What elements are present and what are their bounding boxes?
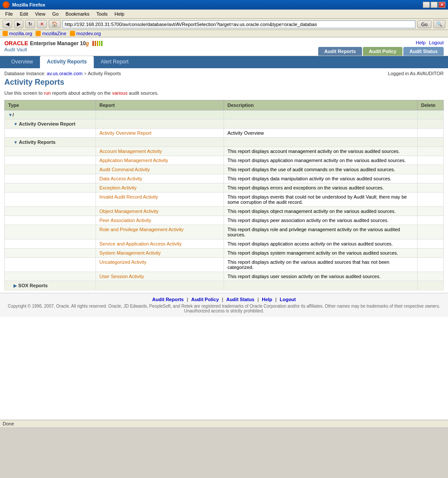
table-row: ▼ Activity Overview Report — [5, 120, 444, 129]
exception-activity-link[interactable]: Exception Activity — [99, 185, 137, 190]
ar-triangle-icon[interactable]: ▼ — [13, 140, 18, 145]
menu-tools[interactable]: Tools — [93, 10, 111, 17]
object-mgmt-link[interactable]: Object Management Activity — [99, 209, 158, 214]
user-session-link[interactable]: User Session Activity — [99, 274, 144, 279]
menu-edit[interactable]: Edit — [16, 10, 32, 17]
window-controls[interactable]: _ □ ✕ — [423, 2, 445, 8]
paa-type — [5, 216, 96, 225]
subtab-activity-reports[interactable]: Activity Reports — [40, 56, 94, 68]
audit-cmd-link[interactable]: Audit Command Activity — [99, 167, 150, 172]
oma-type — [5, 207, 96, 216]
aor-delete — [418, 129, 444, 138]
sys-mgmt-link[interactable]: System Management Activity — [99, 250, 161, 256]
tab-audit-reports[interactable]: Audit Reports — [318, 47, 362, 56]
table-row: ▼ Activity Reports — [5, 138, 444, 147]
app-mgmt-link[interactable]: Application Management Activity — [99, 158, 168, 163]
saaa-delete — [418, 239, 444, 249]
usa-type — [5, 272, 96, 281]
subtab-alert-report[interactable]: Alert Report — [94, 56, 135, 68]
footer-audit-policy-link[interactable]: Audit Policy — [191, 297, 219, 302]
usa-report: User Session Activity — [96, 272, 224, 281]
activity-overview-report-link[interactable]: Activity Overview Report — [99, 130, 152, 136]
db-instance-link[interactable]: av.us.oracle.com — [47, 71, 82, 76]
oracle-bars — [92, 41, 102, 46]
daa-type — [5, 174, 96, 183]
logout-link[interactable]: Logout — [429, 40, 444, 45]
apma-desc: This report displays application managem… — [224, 156, 418, 165]
menu-go[interactable]: Go — [49, 10, 62, 17]
apma-report: Application Management Activity — [96, 156, 224, 165]
daa-delete — [418, 174, 444, 183]
sox-group-delete — [418, 281, 444, 290]
bookmark-mozilla[interactable]: mozilla.org — [3, 31, 32, 36]
stop-button[interactable]: ✕ — [37, 20, 47, 28]
browser-menubar: File Edit View Go Bookmarks Tools Help — [0, 10, 448, 19]
subtab-overview[interactable]: Overview — [4, 56, 40, 68]
bar2 — [95, 41, 96, 46]
uncategorized-link[interactable]: Uncategorized Activity — [99, 259, 146, 265]
bookmark-icon — [3, 31, 8, 36]
data-access-link[interactable]: Data Access Activity — [99, 176, 142, 181]
reload-button[interactable]: ↻ — [25, 20, 35, 28]
home-button[interactable]: 🏠 — [49, 20, 61, 28]
footer-logout-link[interactable]: Logout — [280, 297, 296, 302]
url-bar[interactable] — [63, 20, 415, 28]
account-mgmt-link[interactable]: Account Management Activity — [99, 149, 162, 154]
minimize-button[interactable]: _ — [423, 2, 430, 8]
sox-triangle-icon[interactable]: ▶ — [13, 283, 17, 288]
table-row: Account Management Activity This report … — [5, 147, 444, 156]
bookmarks-bar: mozilla.org mozillaZine mozdev.org — [0, 30, 448, 37]
daa-desc: This report displays data manipulation a… — [224, 174, 418, 183]
service-app-link[interactable]: Service and Application Access Activity — [99, 241, 182, 246]
run-link[interactable]: run — [44, 90, 51, 96]
ea-report: Exception Activity — [96, 183, 224, 193]
footer-audit-reports-link[interactable]: Audit Reports — [152, 297, 184, 302]
back-button[interactable]: ◀ — [3, 20, 12, 28]
oracle-header: ORACLE Enterprise Manager 10g Audit Vaul… — [0, 37, 448, 56]
sox-group-label: ▶ SOX Reports — [5, 281, 96, 290]
tab-audit-policy[interactable]: Audit Policy — [363, 47, 403, 56]
aor-group-desc — [224, 120, 418, 129]
help-link[interactable]: Help — [416, 40, 426, 45]
menu-view[interactable]: View — [32, 10, 49, 17]
go-button[interactable]: Go — [417, 20, 432, 28]
bar4 — [99, 41, 100, 46]
page-footer: Audit Reports | Audit Policy | Audit Sta… — [0, 293, 448, 317]
tab-audit-status[interactable]: Audit Status — [403, 47, 444, 56]
ar-group-desc — [224, 138, 418, 147]
ar-group-report — [96, 138, 224, 147]
oracle-wordmark: ORACLE — [4, 40, 28, 46]
rpma-desc: This report displays role and privilege … — [224, 225, 418, 239]
footer-audit-status-link[interactable]: Audit Status — [226, 297, 254, 302]
bookmark-mozdev[interactable]: mozdev.org — [70, 31, 101, 36]
triangle-down-icon[interactable]: ▼ — [8, 113, 13, 117]
role-priv-link[interactable]: Role and Privilege Management Activity — [99, 227, 184, 232]
search-button[interactable]: 🔍 — [433, 20, 445, 28]
table-row: Service and Application Access Activity … — [5, 239, 444, 249]
menu-file[interactable]: File — [2, 10, 16, 17]
forward-button[interactable]: ▶ — [14, 20, 23, 28]
footer-help-link[interactable]: Help — [262, 297, 272, 302]
maximize-button[interactable]: □ — [431, 2, 438, 8]
bookmark-mozillazine[interactable]: mozillaZine — [36, 31, 66, 36]
breadcrumb-path: Database Instance: av.us.oracle.com > Ac… — [4, 71, 121, 76]
footer-sep1: | — [187, 297, 188, 302]
invalid-audit-link[interactable]: Invalid Audit Record Activity — [99, 194, 158, 199]
browser-toolbar: ◀ ▶ ↻ ✕ 🏠 Go 🔍 — [0, 19, 448, 30]
aor-report: Activity Overview Report — [96, 129, 224, 138]
various-link[interactable]: various — [112, 90, 127, 96]
apma-delete — [418, 156, 444, 165]
menu-help[interactable]: Help — [111, 10, 128, 17]
sox-group-report — [96, 281, 224, 290]
peer-assoc-link[interactable]: Peer Association Activity — [99, 218, 151, 223]
col-report-header: Report — [96, 100, 224, 110]
table-row: Activity Overview Report Activity Overvi… — [5, 129, 444, 138]
browser-window: Mozilla Firefox _ □ ✕ File Edit View Go … — [0, 0, 448, 427]
ua-report: Uncategorized Activity — [96, 258, 224, 272]
footer-sep3: | — [257, 297, 259, 302]
page-title: Activity Reports — [4, 78, 444, 87]
aor-triangle-icon[interactable]: ▼ — [13, 122, 18, 126]
bar5 — [101, 41, 102, 46]
menu-bookmarks[interactable]: Bookmarks — [62, 10, 93, 17]
close-button[interactable]: ✕ — [438, 2, 445, 8]
